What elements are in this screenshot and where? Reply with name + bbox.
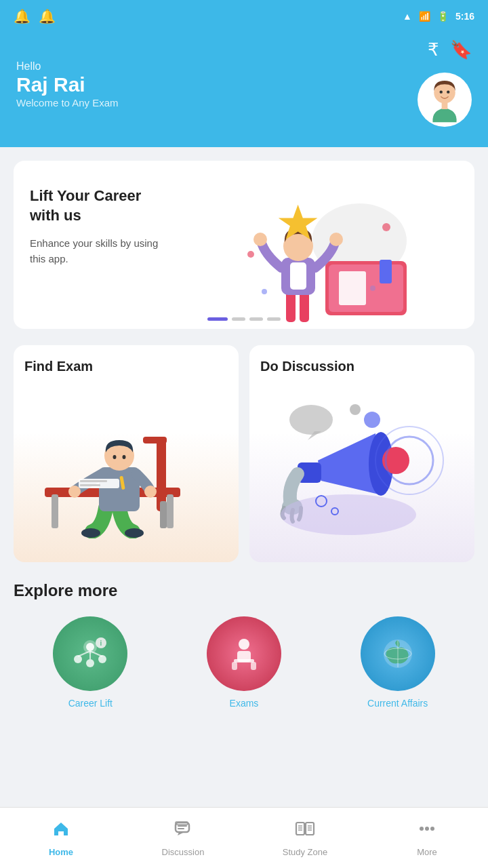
explore-icons-row: i Career Lift Exams	[14, 616, 474, 709]
svg-rect-75	[306, 823, 314, 835]
notification-icon: 🔔	[14, 8, 30, 24]
svg-rect-8	[380, 260, 392, 283]
exams-circle	[207, 616, 281, 691]
svg-rect-7	[339, 271, 366, 305]
bottom-nav: Home Discussion	[0, 807, 488, 868]
exams-label: Exams	[230, 698, 259, 709]
svg-point-85	[430, 827, 434, 831]
explore-item-career[interactable]: i Career Lift	[53, 616, 127, 709]
svg-point-56	[86, 659, 94, 667]
svg-rect-22	[143, 437, 167, 443]
feature-cards: Find Exam	[14, 345, 474, 562]
svg-point-1	[440, 90, 443, 93]
hello-label: Hello	[16, 60, 119, 73]
svg-point-18	[382, 223, 390, 231]
svg-point-49	[281, 494, 416, 535]
nav-study-zone[interactable]: Study Zone	[244, 819, 366, 857]
banner-dots	[207, 317, 281, 321]
svg-point-14	[253, 233, 267, 246]
svg-point-42	[364, 412, 380, 428]
svg-rect-9	[286, 292, 296, 322]
svg-point-38	[123, 455, 126, 459]
status-icons-right: ▲ 📶 🔋 5:16	[403, 11, 474, 22]
current-affairs-label: Current Affairs	[367, 698, 428, 709]
user-name: Raj Rai	[16, 73, 119, 97]
svg-rect-34	[80, 484, 100, 486]
svg-rect-70	[176, 823, 189, 832]
svg-text:i: i	[100, 639, 102, 647]
home-icon	[52, 819, 70, 843]
nav-home[interactable]: Home	[0, 819, 122, 857]
svg-rect-66	[251, 662, 256, 670]
rupee-icon[interactable]: ₹	[428, 39, 439, 60]
find-exam-card[interactable]: Find Exam	[14, 345, 239, 562]
discussion-icon	[174, 819, 192, 843]
svg-point-17	[247, 251, 254, 258]
main-content: Lift Your Career with us Enhance your sk…	[0, 147, 488, 736]
explore-item-current-affairs[interactable]: Current Affairs	[361, 616, 435, 709]
svg-rect-64	[234, 659, 254, 663]
svg-line-57	[78, 651, 90, 656]
svg-point-2	[447, 90, 449, 93]
svg-point-30	[68, 486, 81, 498]
battery-icon: 🔋	[437, 11, 449, 22]
status-bar: 🔔 🔔 ▲ 📶 🔋 5:16	[0, 0, 488, 33]
svg-point-62	[239, 639, 249, 650]
more-icon	[418, 819, 436, 843]
svg-point-39	[289, 405, 333, 435]
study-zone-icon	[295, 819, 315, 843]
explore-section: Explore more	[14, 581, 474, 709]
svg-rect-21	[157, 437, 166, 511]
nav-discussion[interactable]: Discussion	[122, 819, 244, 857]
svg-point-20	[262, 289, 267, 294]
nav-more[interactable]: More	[366, 819, 488, 857]
explore-title: Explore more	[14, 581, 474, 600]
svg-rect-12	[290, 262, 306, 290]
header-right: ₹ 🔖	[418, 39, 472, 127]
banner-card[interactable]: Lift Your Career with us Enhance your sk…	[14, 161, 474, 329]
dot-1	[207, 317, 228, 321]
alert-icon: 🔔	[39, 8, 56, 24]
study-zone-label: Study Zone	[283, 847, 328, 857]
header-icons-row: ₹ 🔖	[428, 39, 472, 60]
more-label: More	[417, 847, 437, 857]
svg-rect-33	[80, 480, 107, 482]
dot-2	[232, 317, 245, 321]
svg-point-15	[329, 233, 343, 246]
welcome-text: Welcome to Any Exam	[16, 97, 119, 108]
do-discussion-card[interactable]: Do Discussion	[249, 345, 474, 562]
svg-rect-24	[52, 494, 58, 528]
find-exam-title: Find Exam	[24, 359, 228, 374]
svg-point-41	[350, 404, 361, 415]
svg-point-27	[81, 528, 100, 538]
svg-point-53	[86, 643, 94, 651]
career-lift-label: Career Lift	[68, 698, 113, 709]
header: Hello Raj Rai Welcome to Any Exam ₹ 🔖	[0, 33, 488, 147]
banner-description: Enhance your skills by using this app.	[30, 236, 165, 267]
wifi-icon: ▲	[403, 11, 412, 22]
time-display: 5:16	[455, 11, 474, 22]
svg-point-83	[420, 827, 424, 831]
svg-rect-26	[160, 501, 167, 528]
svg-rect-25	[167, 494, 174, 528]
header-left: Hello Raj Rai Welcome to Any Exam	[16, 58, 119, 108]
svg-rect-65	[232, 662, 237, 670]
dot-4	[267, 317, 281, 321]
discussion-title: Do Discussion	[260, 359, 464, 374]
svg-point-28	[125, 528, 144, 538]
svg-point-19	[370, 285, 375, 291]
bookmark-icon[interactable]: 🔖	[450, 39, 472, 60]
svg-rect-3	[442, 102, 448, 110]
svg-rect-10	[300, 292, 309, 322]
svg-point-37	[113, 455, 117, 459]
svg-point-31	[144, 486, 157, 498]
banner-title: Lift Your Career with us	[30, 186, 165, 225]
avatar[interactable]	[418, 73, 472, 127]
dot-3	[249, 317, 263, 321]
explore-item-exams[interactable]: Exams	[207, 616, 281, 709]
home-label: Home	[49, 847, 73, 857]
status-icons-left: 🔔 🔔	[14, 8, 56, 24]
career-lift-circle: i	[53, 616, 127, 691]
svg-point-84	[425, 827, 429, 831]
current-affairs-circle	[361, 616, 435, 691]
